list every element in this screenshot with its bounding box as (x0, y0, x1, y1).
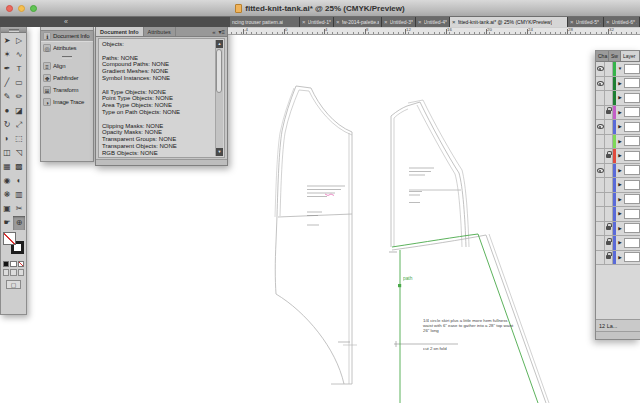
layer-row[interactable]: ▶ (596, 251, 640, 266)
layer-lock-cell[interactable] (605, 251, 613, 265)
direct-selection-tool[interactable]: ▷ (13, 34, 25, 48)
dock-item-image-trace[interactable]: ◑Image Trace (41, 96, 93, 108)
layer-thumbnail[interactable] (624, 151, 640, 161)
tab-close-icon[interactable]: × (302, 17, 306, 27)
layer-visibility-cell[interactable] (596, 149, 605, 163)
rotate-tool[interactable]: ↻ (1, 118, 13, 132)
layer-expand-icon[interactable]: ▶ (616, 197, 624, 202)
layer-visibility-cell[interactable] (596, 222, 605, 236)
layer-thumbnail[interactable] (624, 180, 640, 190)
layer-row[interactable]: ▶ (596, 164, 640, 179)
free-transform-tool[interactable]: ⬚ (13, 132, 25, 146)
layer-row[interactable]: ▶ (596, 222, 640, 237)
tab-close-icon[interactable]: × (452, 17, 456, 27)
layer-lock-cell[interactable] (605, 77, 613, 91)
layer-row[interactable]: ▶ (596, 193, 640, 208)
layer-visibility-cell[interactable] (596, 62, 605, 76)
layer-thumbnail[interactable] (624, 209, 640, 219)
blob-brush-tool[interactable]: ● (1, 104, 13, 118)
scroll-down-icon[interactable]: ▼ (216, 148, 223, 156)
eyedropper-tool[interactable]: ◉ (1, 174, 13, 188)
layer-expand-icon[interactable]: ▶ (616, 81, 624, 86)
layer-thumbnail[interactable] (624, 64, 640, 74)
none-button[interactable] (18, 261, 24, 267)
document-tab[interactable]: ×fitted-knit-tank.ai* @ 25% (CMYK/Previe… (450, 17, 568, 27)
color-button[interactable] (3, 261, 9, 267)
tab-document-info[interactable]: Document Info (96, 27, 144, 36)
layer-expand-icon[interactable]: ▶ (616, 168, 624, 173)
tab-attributes[interactable]: Attributes (144, 27, 176, 36)
rectangle-tool[interactable]: ▭ (13, 76, 25, 90)
layer-lock-cell[interactable] (605, 207, 613, 221)
draw-inside-button[interactable] (18, 269, 24, 276)
layer-visibility-cell[interactable] (596, 164, 605, 178)
layer-row[interactable]: ▶ (596, 77, 640, 92)
layer-lock-cell[interactable] (605, 106, 613, 120)
layer-lock-cell[interactable] (605, 91, 613, 105)
dock-item-transform[interactable]: ⊞Transform (41, 84, 93, 96)
layer-thumbnail[interactable] (624, 107, 640, 117)
layer-lock-cell[interactable] (605, 164, 613, 178)
layer-expand-icon[interactable]: ▶ (616, 139, 624, 144)
dock-item-align[interactable]: ≡Align (41, 60, 93, 72)
layer-visibility-cell[interactable] (596, 193, 605, 207)
pen-tool[interactable]: ✒ (1, 62, 13, 76)
layer-expand-icon[interactable]: ▶ (616, 110, 624, 115)
width-tool[interactable]: ◗ (1, 132, 13, 146)
layer-expand-icon[interactable]: ▼ (616, 66, 624, 71)
layer-expand-icon[interactable]: ▶ (616, 153, 624, 158)
layer-visibility-cell[interactable] (596, 178, 605, 192)
document-tab[interactable]: ncing trouser pattern.ai (230, 17, 300, 27)
layer-lock-cell[interactable] (605, 62, 613, 76)
shape-builder-tool[interactable]: ◫ (1, 146, 13, 160)
perspective-grid-tool[interactable]: ◹ (13, 146, 25, 160)
layer-thumbnail[interactable] (624, 136, 640, 146)
layer-visibility-cell[interactable] (596, 77, 605, 91)
layer-thumbnail[interactable] (624, 93, 640, 103)
zoom-tool[interactable]: ⊕ (13, 216, 25, 230)
symbol-sprayer-tool[interactable]: ❋ (1, 188, 13, 202)
magic-wand-tool[interactable]: ✶ (1, 48, 13, 62)
layer-visibility-cell[interactable] (596, 91, 605, 105)
layer-row[interactable]: ▶ (596, 91, 640, 106)
document-tab[interactable]: ×Untitled-6* … (604, 17, 640, 27)
column-graph-tool[interactable]: ▥ (13, 188, 25, 202)
layer-lock-cell[interactable] (605, 178, 613, 192)
layer-lock-cell[interactable] (605, 222, 613, 236)
layer-row[interactable]: ▶ (596, 178, 640, 193)
hand-tool[interactable]: ☛ (1, 216, 13, 230)
gradient-tool[interactable]: ▩ (13, 160, 25, 174)
layer-visibility-cell[interactable] (596, 106, 605, 120)
eraser-tool[interactable]: ◪ (13, 104, 25, 118)
layer-row[interactable]: ▶ (596, 207, 640, 222)
gradient-button[interactable] (10, 261, 16, 267)
layer-lock-cell[interactable] (605, 236, 613, 250)
layer-visibility-cell[interactable] (596, 120, 605, 134)
tab-swatches[interactable]: Sw (609, 51, 621, 61)
paintbrush-tool[interactable]: ✎ (1, 90, 13, 104)
layer-visibility-cell[interactable] (596, 236, 605, 250)
draw-normal-button[interactable] (3, 269, 9, 276)
layer-thumbnail[interactable] (624, 194, 640, 204)
layer-lock-cell[interactable] (605, 135, 613, 149)
selection-tool[interactable]: ➤ (1, 34, 13, 48)
scale-tool[interactable]: ⤢ (13, 118, 25, 132)
type-tool[interactable]: T (13, 62, 25, 76)
pencil-tool[interactable]: ✏ (13, 90, 25, 104)
tab-layers[interactable]: Layer (621, 51, 640, 61)
dock-item-attributes[interactable]: ◎Attributes (41, 42, 93, 54)
tab-close-icon[interactable]: × (606, 17, 610, 27)
layer-thumbnail[interactable] (624, 165, 640, 175)
layer-row[interactable]: ▶ (596, 149, 640, 164)
mesh-tool[interactable]: ▦ (1, 160, 13, 174)
layer-expand-icon[interactable]: ▶ (616, 255, 624, 260)
layer-expand-icon[interactable]: ▶ (616, 95, 624, 100)
document-tab[interactable]: ×Untitled-1* … (300, 17, 334, 27)
panel-menu-icon[interactable]: ▾≡ (218, 27, 225, 36)
layer-row[interactable]: ▶ (596, 236, 640, 251)
layer-visibility-cell[interactable] (596, 135, 605, 149)
document-tab[interactable]: ×Untitled-5* … (568, 17, 604, 27)
scrollbar[interactable]: ▲ ▼ (215, 40, 223, 156)
collapse-panel-icon[interactable]: « (212, 27, 215, 36)
tools-panel-header[interactable] (1, 27, 26, 33)
